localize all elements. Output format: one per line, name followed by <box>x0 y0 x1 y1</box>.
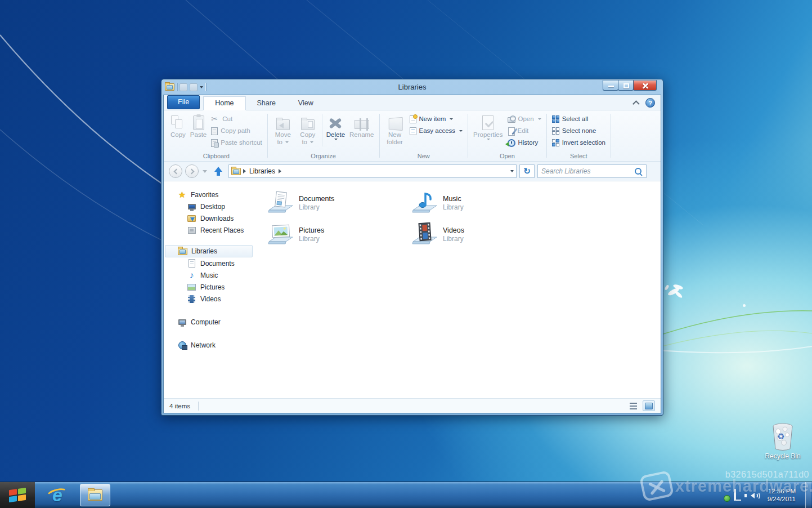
edit-button[interactable]: Edit <box>505 125 544 137</box>
start-button[interactable] <box>0 482 35 508</box>
thumbnail-view-button[interactable] <box>643 400 655 411</box>
delete-button[interactable]: Delete <box>324 112 347 140</box>
library-tile-pictures[interactable]: Pictures Library <box>267 219 411 250</box>
chevron-down-icon <box>487 139 490 140</box>
group-separator <box>468 114 468 158</box>
library-tile-documents[interactable]: Documents Library <box>267 187 411 219</box>
select-all-button[interactable]: Select all <box>550 113 608 125</box>
sidebar-item-recent-places[interactable]: Recent Places <box>164 224 256 236</box>
maximize-button[interactable] <box>618 80 634 91</box>
search-input[interactable] <box>541 167 634 175</box>
windows-flag-icon <box>9 488 26 502</box>
library-name: Music <box>443 195 464 203</box>
sidebar-item-desktop[interactable]: Desktop <box>164 200 256 212</box>
help-icon[interactable]: ? <box>645 98 655 108</box>
minimize-ribbon-icon[interactable] <box>632 100 640 108</box>
rename-button[interactable]: Rename <box>347 112 376 139</box>
sidebar-label: Downloads <box>200 215 234 222</box>
minimize-button[interactable] <box>603 80 618 91</box>
address-dropdown-icon[interactable] <box>510 170 514 172</box>
cut-button[interactable]: Cut <box>209 113 264 125</box>
paste-icon <box>193 115 204 130</box>
breadcrumb-arrow-icon[interactable] <box>279 169 281 173</box>
ribbon-tab-row: File Home Share View ? <box>164 95 661 110</box>
library-tile-videos[interactable]: Videos Library <box>411 219 555 250</box>
library-name: Documents <box>299 195 334 203</box>
sidebar-item-pictures[interactable]: Pictures <box>164 281 256 293</box>
new-item-button[interactable]: New item <box>407 113 465 125</box>
invert-selection-button[interactable]: Invert selection <box>550 137 608 149</box>
copy-button[interactable]: Copy <box>168 112 188 139</box>
chevron-down-icon <box>450 118 453 120</box>
sidebar-item-favorites[interactable]: Favorites <box>164 189 256 200</box>
delete-icon <box>328 116 343 130</box>
recent-pages-dropdown-icon[interactable] <box>203 170 207 173</box>
network-status-icon[interactable] <box>734 490 744 501</box>
sidebar-item-network[interactable]: Network <box>164 339 256 351</box>
forward-button[interactable] <box>185 164 199 178</box>
sidebar-item-documents[interactable]: Documents <box>164 257 256 269</box>
window-body: Favorites Desktop Downloads Recent Place… <box>164 181 661 398</box>
safely-remove-hardware-icon[interactable] <box>718 490 729 501</box>
tab-home[interactable]: Home <box>203 96 245 110</box>
taskbar-internet-explorer-button[interactable]: e <box>43 484 72 506</box>
up-button[interactable] <box>211 164 226 179</box>
file-list-area[interactable]: Documents Library Music <box>256 181 661 398</box>
select-none-icon <box>552 127 559 135</box>
new-folder-button[interactable]: New folder <box>383 112 407 146</box>
system-tray: 12:56 PM 9/24/2011 <box>718 482 812 508</box>
taskbar-clock[interactable]: 12:56 PM 9/24/2011 <box>765 487 800 503</box>
select-all-icon <box>552 115 559 123</box>
copy-to-button[interactable]: Copy to <box>295 112 320 146</box>
address-box[interactable]: Libraries <box>228 164 517 178</box>
up-arrow-stem <box>217 172 220 176</box>
library-tile-music[interactable]: Music Library <box>411 187 555 219</box>
recent-places-icon <box>188 227 196 234</box>
sidebar-item-computer[interactable]: Computer <box>164 316 256 328</box>
volume-icon[interactable] <box>750 491 760 501</box>
details-view-button[interactable] <box>627 400 639 411</box>
sidebar-label: Recent Places <box>200 226 244 234</box>
sidebar-label: Favorites <box>191 191 218 199</box>
chevron-down-icon <box>334 139 338 140</box>
details-view-icon <box>630 403 637 409</box>
library-type: Library <box>299 203 334 211</box>
sidebar-item-videos[interactable]: Videos <box>164 293 256 305</box>
music-note-icon <box>190 270 194 280</box>
navigation-pane: Favorites Desktop Downloads Recent Place… <box>164 181 256 398</box>
move-to-button[interactable]: Move to <box>271 112 295 146</box>
back-button[interactable] <box>169 164 182 178</box>
sidebar-label: Network <box>191 341 216 349</box>
taskbar-explorer-button[interactable] <box>80 484 110 506</box>
properties-button[interactable]: Properties <box>471 112 505 140</box>
sidebar-label: Desktop <box>200 203 225 211</box>
open-button[interactable]: Open <box>505 113 544 125</box>
recycle-bin-desktop-icon[interactable]: ♻ Recycle Bin <box>761 422 805 460</box>
sidebar-item-libraries[interactable]: Libraries <box>165 245 253 257</box>
sidebar-item-music[interactable]: Music <box>164 269 256 281</box>
copy-to-icon <box>301 119 315 130</box>
address-bar-row: Libraries <box>164 162 661 181</box>
search-icon[interactable] <box>634 167 643 176</box>
titlebar[interactable]: Libraries <box>161 79 663 95</box>
show-desktop-button[interactable] <box>805 482 811 508</box>
tab-file[interactable]: File <box>167 95 200 109</box>
view-switcher <box>627 400 655 411</box>
library-type: Library <box>299 235 324 243</box>
history-button[interactable]: History <box>505 137 544 149</box>
copy-path-button[interactable]: Copy path <box>209 125 264 137</box>
paste-button[interactable]: Paste <box>188 112 209 139</box>
chevron-down-icon <box>285 141 289 143</box>
sidebar-item-downloads[interactable]: Downloads <box>164 212 256 224</box>
select-none-button[interactable]: Select none <box>550 125 608 137</box>
tab-share[interactable]: Share <box>246 97 287 110</box>
breadcrumb-arrow-icon[interactable] <box>243 169 246 173</box>
refresh-button[interactable] <box>519 164 535 178</box>
tab-view[interactable]: View <box>287 97 325 110</box>
breadcrumb-libraries[interactable]: Libraries <box>248 167 276 175</box>
easy-access-button[interactable]: Easy access <box>407 125 465 137</box>
history-icon <box>508 139 515 147</box>
inner-separator <box>322 114 322 146</box>
paste-shortcut-button[interactable]: Paste shortcut <box>209 137 264 149</box>
close-button[interactable] <box>633 80 657 91</box>
